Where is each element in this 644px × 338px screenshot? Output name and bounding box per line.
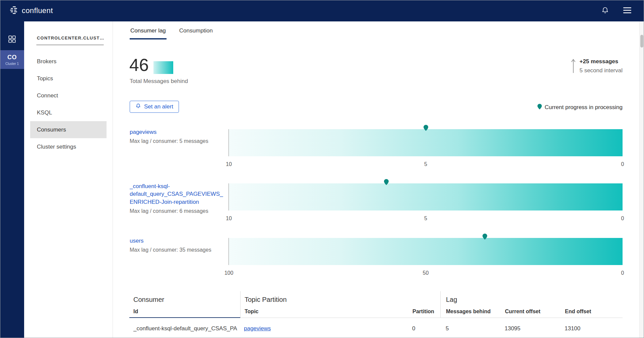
- cluster-name: Cluster 1: [5, 62, 19, 66]
- tab-consumer-lag[interactable]: Consumer lag: [130, 24, 167, 39]
- cell-topic-link[interactable]: pageviews: [244, 325, 271, 332]
- cluster-rail: CO Cluster 1: [0, 21, 24, 338]
- lag-gradient-swatch: [153, 61, 173, 74]
- column-messages-behind[interactable]: Messages behind: [446, 309, 491, 315]
- delta-messages: +25 messages: [579, 58, 623, 65]
- column-id[interactable]: Id: [133, 309, 138, 315]
- axis-tick: 5: [424, 216, 427, 222]
- main-menu-button[interactable]: [623, 7, 631, 15]
- axis-tick: 0: [621, 270, 624, 276]
- bell-icon: [601, 6, 609, 15]
- cell-end-offset: 13100: [565, 325, 580, 332]
- hamburger-icon: [623, 7, 631, 15]
- column-topic[interactable]: Topic: [245, 309, 258, 315]
- home-button[interactable]: [8, 35, 16, 45]
- main-content: Consumer lag Consumption 46 Total Messag…: [113, 21, 639, 338]
- progress-legend-label: Current progress in processing: [545, 104, 623, 111]
- apps-grid-icon: [8, 35, 16, 45]
- tab-bar: Consumer lag Consumption: [130, 24, 213, 39]
- max-lag-label: Max lag / consumer: 6 messages: [130, 208, 224, 214]
- column-current-offset[interactable]: Current offset: [505, 309, 540, 315]
- scrollbar-thumb[interactable]: [640, 35, 643, 48]
- lag-gradient-bar: 10 5 0: [229, 183, 623, 210]
- refresh-interval: 5 second interval: [579, 67, 623, 74]
- sidebar-item-topics[interactable]: Topics: [30, 70, 107, 87]
- max-lag-label: Max lag / consumer: 35 messages: [130, 247, 224, 253]
- group-topic-partition: Topic Partition: [245, 296, 287, 304]
- set-alert-label: Set an alert: [144, 103, 173, 110]
- progress-pin-icon: [424, 125, 428, 132]
- lag-gradient-bar: 100 50 0: [229, 238, 623, 265]
- vertical-scrollbar[interactable]: [639, 21, 644, 338]
- group-lag: Lag: [446, 296, 457, 304]
- total-messages-behind-label: Total Messages behind: [130, 78, 188, 85]
- sidebar: CONTROLCENTER.CLUST… Brokers Topics Conn…: [24, 21, 113, 338]
- consumer-lag-table: Consumer Id Topic Partition Topic Partit…: [129, 291, 623, 338]
- cluster-title: CONTROLCENTER.CLUST…: [37, 35, 107, 40]
- column-end-offset[interactable]: End offset: [565, 309, 591, 315]
- consumer-lag-row: pageviews Max lag / consumer: 5 messages…: [130, 129, 623, 173]
- consumer-link-ksql-repartition[interactable]: _confluent-ksql-default_query_CSAS_PAGEV…: [130, 182, 224, 206]
- topbar: confluent: [0, 0, 644, 21]
- sidebar-item-cluster-settings[interactable]: Cluster settings: [30, 138, 107, 155]
- sidebar-item-brokers[interactable]: Brokers: [30, 53, 107, 70]
- cluster-chip[interactable]: CO Cluster 1: [0, 50, 24, 69]
- max-lag-label: Max lag / consumer: 5 messages: [130, 138, 224, 144]
- consumer-link-users[interactable]: users: [130, 237, 224, 245]
- tab-consumption[interactable]: Consumption: [179, 24, 213, 39]
- sidebar-item-consumers[interactable]: Consumers: [30, 121, 107, 138]
- progress-pin-icon: [384, 179, 389, 186]
- axis-tick: 0: [621, 161, 624, 167]
- axis-tick: 5: [424, 161, 427, 167]
- sidebar-title-scrollbar[interactable]: [36, 44, 104, 46]
- total-messages-behind-value: 46: [129, 56, 149, 74]
- table-row: _confluent-ksql-default_query_CSAS_PAGE……: [129, 318, 623, 338]
- cell-partition: 0: [412, 325, 415, 332]
- sidebar-item-connect[interactable]: Connect: [30, 87, 107, 104]
- cell-current-offset: 13095: [505, 325, 520, 332]
- cell-messages-behind: 5: [446, 325, 449, 332]
- notifications-button[interactable]: [601, 6, 609, 15]
- table-header: Consumer Id Topic Partition Topic Partit…: [129, 291, 623, 318]
- brand-name: confluent: [22, 6, 53, 15]
- trend-up-icon: [571, 58, 576, 75]
- axis-tick: 10: [226, 216, 232, 222]
- cluster-initials: CO: [7, 54, 17, 61]
- sidebar-item-ksql[interactable]: KSQL: [30, 104, 107, 121]
- confluent-logo-icon: [9, 5, 19, 16]
- alert-bell-icon: [135, 103, 141, 110]
- axis-tick: 10: [226, 161, 232, 167]
- group-consumer: Consumer: [133, 296, 164, 304]
- delta-metric: +25 messages 5 second interval: [571, 58, 623, 75]
- progress-pin-icon: [482, 234, 487, 241]
- progress-pin-icon: [537, 104, 542, 111]
- set-alert-button[interactable]: Set an alert: [130, 101, 179, 113]
- progress-legend: Current progress in processing: [537, 104, 623, 111]
- consumer-link-pageviews[interactable]: pageviews: [130, 128, 224, 136]
- axis-tick: 0: [621, 216, 624, 222]
- axis-tick: 100: [224, 270, 234, 276]
- confluent-logo[interactable]: confluent: [9, 5, 53, 16]
- consumer-lag-row: _confluent-ksql-default_query_CSAS_PAGEV…: [130, 183, 623, 228]
- column-partition[interactable]: Partition: [412, 309, 434, 315]
- cell-consumer-id: _confluent-ksql-default_query_CSAS_PAGE…: [133, 325, 237, 332]
- consumer-lag-row: users Max lag / consumer: 35 messages 10…: [130, 238, 623, 282]
- axis-tick: 50: [423, 270, 429, 276]
- lag-gradient-bar: 10 5 0: [229, 129, 623, 156]
